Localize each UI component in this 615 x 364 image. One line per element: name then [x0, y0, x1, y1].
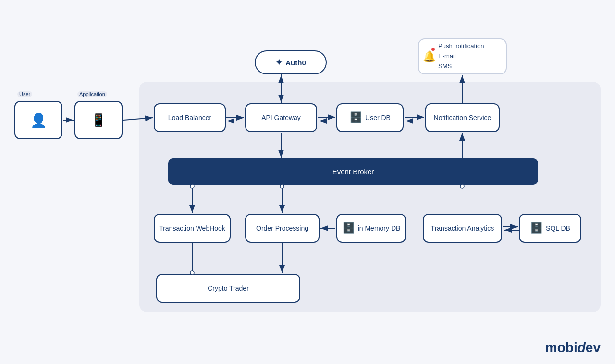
user-db-label: User DB: [365, 114, 391, 121]
order-processing-label: Order Processing: [256, 224, 308, 232]
sql-db-icon: 🗄️: [530, 222, 543, 234]
in-memory-db-label: in Memory DB: [358, 224, 401, 232]
bell-dot: [431, 48, 435, 51]
order-processing-box: Order Processing: [245, 214, 320, 243]
sql-db-box: 🗄️ SQL DB: [519, 214, 581, 243]
in-memory-db-box: 🗄️ in Memory DB: [336, 214, 406, 243]
auth0-box: ✦ Auth0: [255, 50, 327, 74]
load-balancer-label: Load Balancer: [168, 114, 211, 121]
transaction-analytics-label: Transaction Analytics: [431, 224, 494, 232]
user-db-box: 🗄️ User DB: [336, 103, 404, 132]
event-broker-label: Event Broker: [332, 168, 374, 176]
transaction-webhook-label: Transaction WebHook: [159, 224, 225, 232]
push-line2: E-mail: [438, 51, 456, 61]
push-line3: SMS: [438, 61, 452, 72]
transaction-analytics-box: Transaction Analytics: [423, 214, 502, 243]
crypto-trader-box: Crypto Trader: [156, 274, 300, 303]
in-memory-db-icon: 🗄️: [342, 222, 355, 234]
notification-service-box: Notification Service: [425, 103, 500, 132]
load-balancer-box: Load Balancer: [154, 103, 226, 132]
user-box: User 👤: [14, 101, 62, 139]
api-gateway-label: API Gateway: [261, 114, 301, 121]
mobidev-logo: mobidev: [545, 340, 601, 355]
user-icon: 👤: [30, 112, 47, 128]
application-label: Application: [77, 91, 107, 97]
notification-service-label: Notification Service: [434, 114, 492, 121]
push-notification-box: 🔔 Push notification E-mail SMS: [418, 38, 507, 74]
mobile-icon: 📱: [91, 113, 106, 128]
event-broker-box: Event Broker: [168, 158, 538, 185]
diagram-container: ✦ Auth0 🔔 Push notification E-mail SMS U…: [0, 0, 615, 364]
sql-db-label: SQL DB: [546, 224, 570, 232]
auth0-star-icon: ✦: [275, 57, 283, 68]
application-box: Application 📱: [74, 101, 123, 139]
user-db-icon: 🗄️: [349, 111, 362, 124]
mobidev-slash: d: [578, 340, 586, 355]
push-line1: Push notification: [438, 41, 484, 51]
api-gateway-box: API Gateway: [245, 103, 317, 132]
crypto-trader-label: Crypto Trader: [208, 284, 249, 292]
user-label: User: [17, 91, 32, 97]
auth0-label: Auth0: [285, 59, 306, 67]
transaction-webhook-box: Transaction WebHook: [154, 214, 231, 243]
